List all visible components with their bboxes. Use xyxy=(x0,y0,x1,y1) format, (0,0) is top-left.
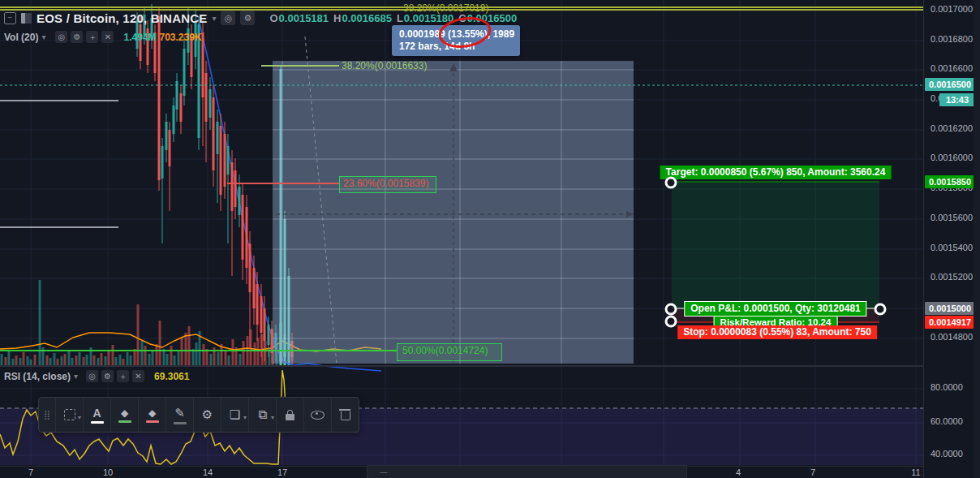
gear-icon: ⚙ xyxy=(202,407,213,422)
bucket-icon: ◆ xyxy=(148,407,156,419)
green-swatch xyxy=(118,420,131,423)
measure-change: 0.0001989 (13.55%), 1989 xyxy=(399,28,520,41)
chevron-down-icon[interactable]: ▾ xyxy=(41,32,45,41)
close-icon[interactable]: ✕ xyxy=(101,31,114,43)
price-badge: 0.0015850 xyxy=(925,175,975,188)
time-tick-label: 17 xyxy=(277,467,287,477)
price-tick-label: 0.0016200 xyxy=(931,123,973,133)
white-swatch xyxy=(91,421,104,424)
chevron-down-icon: ▾ xyxy=(78,414,81,421)
price-tick-label: 0.0016600 xyxy=(931,63,973,73)
rsi-indicator-header: RSI (14, close) ▾ ◎ ⚙ ＋ ✕ 69.3061 xyxy=(4,370,189,382)
hide-button[interactable] xyxy=(303,398,331,432)
measure-tooltip: 0.0001989 (13.55%), 1989 172 bars, 14d 8… xyxy=(392,25,520,56)
price-badge: 0.0016500 xyxy=(925,78,975,91)
visibility-icon[interactable]: ◎ xyxy=(221,11,235,25)
text-color-button[interactable]: A xyxy=(83,398,110,432)
pane-divider[interactable] xyxy=(0,365,923,367)
price-tick-label: 0.0017000 xyxy=(931,4,973,14)
symbol-header: − EOS / Bitcoin, 120, BINANCE ▾ ◎ ⚙ O 0.… xyxy=(4,11,517,25)
collapse-icon[interactable]: − xyxy=(4,12,16,24)
clone-button[interactable]: ⧉▾ xyxy=(248,398,276,432)
time-tick-label: 7 xyxy=(28,467,33,477)
fib-label-3820[interactable]: 38.20%(0.0016633) xyxy=(342,60,427,71)
favorite-tool-button[interactable]: — xyxy=(368,466,399,476)
rsi-tick-label: 80.0000 xyxy=(931,382,963,392)
chevron-down-icon[interactable]: ▾ xyxy=(212,14,216,23)
toolbar-drag-handle[interactable]: ⣿ xyxy=(39,398,55,432)
time-tick-label: 11 xyxy=(911,467,920,477)
fill-color-up-button[interactable]: ◆ xyxy=(110,398,138,432)
symbol-title[interactable]: EOS / Bitcoin, 120, BINANCE xyxy=(37,11,207,25)
open-value: 0.0015181 xyxy=(279,12,329,24)
close-label: C xyxy=(458,12,466,24)
dashed-square-icon xyxy=(64,409,75,420)
price-badge: 13:43 xyxy=(939,93,975,106)
trash-icon xyxy=(341,411,350,420)
price-axis[interactable]: 0.00170000.00168000.00166000.00164000.00… xyxy=(923,0,980,478)
layers-icon: ❏ xyxy=(230,407,240,422)
settings-icon[interactable]: ⚙ xyxy=(101,370,114,382)
visibility-icon[interactable]: ◎ xyxy=(86,370,98,382)
price-tick-label: 0.0014800 xyxy=(931,332,973,342)
delete-button[interactable] xyxy=(331,398,359,432)
price-tick-label: 0.0015200 xyxy=(931,272,973,282)
favorites-toolbar: —⟋○○—○1 5A C○○▭ xyxy=(367,465,687,478)
tradingview-chart-window: − EOS / Bitcoin, 120, BINANCE ▾ ◎ ⚙ O 0.… xyxy=(0,0,980,478)
chevron-down-icon[interactable]: ▾ xyxy=(74,372,78,381)
close-value: 0.0016500 xyxy=(467,12,517,24)
lock-icon xyxy=(286,414,294,420)
chevron-down-icon: ▾ xyxy=(243,414,247,421)
drawing-toolbar: ⣿ ▾ A ◆ ◆ ✎ ⚙ ❏▾ ⧉▾ xyxy=(38,397,359,433)
rsi-label[interactable]: RSI (14, close) xyxy=(4,371,71,382)
time-tick-label: 10 xyxy=(103,467,113,477)
order-button[interactable]: ❏▾ xyxy=(221,398,248,432)
eye-icon xyxy=(311,411,325,420)
flag-icon[interactable] xyxy=(21,13,32,24)
open-label: O xyxy=(269,12,277,24)
fib-label-2360[interactable]: 23.60%(0.0015839) xyxy=(343,178,428,189)
fill-color-down-button[interactable]: ◆ xyxy=(138,398,165,432)
line-style-button[interactable]: ▾ xyxy=(55,398,83,432)
stop-label[interactable]: Stop: 0.0000083 (0.55%) 83, Amount: 750 xyxy=(677,325,877,339)
settings-icon[interactable]: ⚙ xyxy=(71,31,83,43)
time-tick-label: 14 xyxy=(203,467,213,477)
settings-button[interactable]: ⚙ xyxy=(193,398,221,432)
volume-label[interactable]: Vol (20) xyxy=(4,32,38,43)
volume-indicator-header: Vol (20) ▾ ◎ ⚙ ＋ ✕ 1.494M 703.239K xyxy=(4,31,202,43)
settings-icon[interactable]: ⚙ xyxy=(240,11,255,25)
fib-label-5000[interactable]: 50.00%(0.0014724) xyxy=(402,345,488,356)
price-tick-label: 0.0016000 xyxy=(931,153,973,162)
lock-button[interactable] xyxy=(276,398,303,432)
rsi-tick-label: 60.0000 xyxy=(931,416,963,426)
target-label[interactable]: Target: 0.0000850 (5.67%) 850, Amount: 3… xyxy=(660,166,892,179)
gray-swatch xyxy=(174,422,187,424)
open-pl-label[interactable]: Open P&L: 0.0001500, Qty: 30120481 xyxy=(684,301,866,317)
bucket-icon: ◆ xyxy=(121,407,128,419)
low-label: L xyxy=(397,12,403,24)
visibility-icon[interactable]: ◎ xyxy=(55,31,67,43)
drag-dots-icon: ⣿ xyxy=(44,410,50,420)
price-tick-label: 0.0015400 xyxy=(931,243,973,252)
close-icon[interactable]: ✕ xyxy=(132,370,144,382)
add-icon[interactable]: ＋ xyxy=(117,370,129,382)
volume-value: 703.239K xyxy=(160,32,202,43)
price-tick-label: 0.0015600 xyxy=(931,213,973,222)
low-value: 0.0015180 xyxy=(404,12,453,24)
chevron-down-icon: ▾ xyxy=(271,414,274,421)
red-swatch xyxy=(146,420,159,423)
pencil-icon: ✎ xyxy=(174,406,185,420)
rsi-tick-label: 40.0000 xyxy=(931,449,963,459)
high-value: 0.0016685 xyxy=(342,12,391,24)
high-label: H xyxy=(333,12,341,24)
rsi-value: 69.3061 xyxy=(154,371,189,382)
add-icon[interactable]: ＋ xyxy=(86,31,98,43)
volume-ma-value: 1.494M xyxy=(123,32,156,43)
measure-duration: 172 bars, 14d 8h xyxy=(399,41,520,53)
price-badge: 0.0014917 xyxy=(925,316,975,329)
price-tick-label: 0.0016800 xyxy=(931,34,973,44)
price-badge: 0.0015000 xyxy=(925,302,975,315)
time-tick-label: 7 xyxy=(810,467,815,477)
axis-scroll-strip xyxy=(974,0,980,478)
line-color-button[interactable]: ✎ xyxy=(165,398,193,432)
